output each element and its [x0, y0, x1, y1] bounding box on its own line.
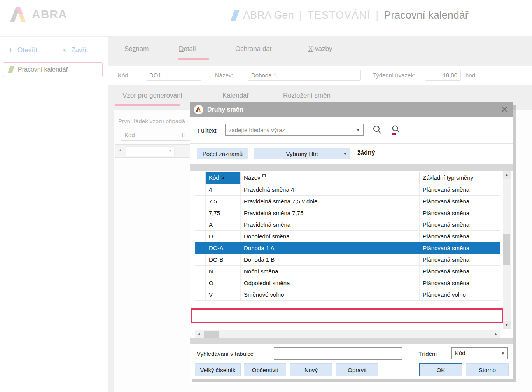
breadcrumb-app: ABRA Gen: [243, 9, 294, 21]
row-typ-cell: Plánovaná směna: [420, 196, 500, 207]
row-selector-cell: [195, 231, 206, 242]
fulltext-input[interactable]: [226, 124, 354, 135]
subtab-kalendar[interactable]: Kalendář: [222, 92, 249, 100]
row-kod-cell: 7,5: [206, 196, 241, 207]
row-nazev-cell: Pravdelná směna 4: [241, 184, 420, 195]
obcerstvit-button[interactable]: Občerstvit: [244, 363, 286, 376]
dialog-title: Druhy směn: [207, 106, 243, 113]
table-row[interactable]: 7,75 Pravidelná směna 7,75 Plánovaná smě…: [195, 207, 500, 219]
sidebar-item-label: Pracovní kalendář: [18, 66, 68, 73]
abra-dialog-icon: [194, 105, 203, 114]
row-kod-cell: N: [206, 266, 241, 277]
scroll-down-icon[interactable]: ▼: [503, 321, 511, 329]
table-row[interactable]: N Noční směna Plánovaná směna: [195, 266, 500, 277]
subtab-rozlozeni[interactable]: Rozložení směn: [283, 92, 331, 100]
row-kod-cell: 7,75: [206, 207, 241, 219]
sort-dropdown[interactable]: Kód ▼: [452, 347, 508, 359]
row-kod-cell: D: [206, 231, 241, 242]
row-typ-cell: Plánovaná směna: [420, 277, 500, 289]
new-row-marker: *: [119, 148, 121, 154]
table-row[interactable]: 7,5 Pravidelná směna 7,5 v dole Plánovan…: [195, 196, 500, 207]
kod-field[interactable]: [146, 70, 201, 81]
open-button[interactable]: + Otevřít: [9, 46, 37, 54]
table-row[interactable]: DO-B Dohoda 1 B Plánovaná směna: [195, 254, 500, 266]
table-row[interactable]: A Pravidelná směna Plánovaná směna: [195, 219, 500, 231]
record-count-button[interactable]: Počet záznamů: [197, 148, 248, 159]
column-header-nazev[interactable]: Název: [241, 172, 420, 184]
row-nazev-cell: Dohoda 1 A: [241, 242, 420, 254]
breadcrumb-environment: TESTOVÁNÍ: [308, 9, 371, 21]
breadcrumb-separator: |: [376, 9, 378, 21]
scroll-up-icon[interactable]: ▲: [503, 171, 511, 178]
row-nazev-cell: Dopolední směna: [241, 231, 420, 242]
tab-ochrana-dat[interactable]: Ochrana dat: [235, 45, 272, 53]
divider-strip: [190, 338, 513, 344]
chevron-down-icon: ▼: [343, 152, 347, 156]
dialog-close-icon[interactable]: ✕: [500, 104, 508, 116]
table-search-input[interactable]: [274, 347, 402, 360]
row-selector-cell: [195, 196, 206, 207]
agenda-slash-icon: [7, 66, 14, 74]
breadcrumb-separator: |: [299, 9, 302, 21]
sidebar-actions: + Otevřít × Zavřít: [0, 42, 108, 59]
table-search-label: Vyhledávání v tabulce: [197, 350, 254, 357]
active-tab-underline: [178, 58, 209, 60]
selected-filter-dropdown[interactable]: Vybraný filtr: ▼: [254, 148, 350, 159]
row-kod-cell: 4: [206, 184, 241, 195]
table-row[interactable]: D Dopolední směna Plánovaná směna: [195, 231, 500, 242]
opravit-button[interactable]: Opravit: [336, 363, 378, 376]
tab-detail[interactable]: Detail: [179, 45, 196, 53]
sidebar-item-pracovni-kalendar[interactable]: Pracovní kalendář: [3, 62, 103, 77]
close-button-label: Zavřít: [71, 46, 88, 54]
table-row[interactable]: O Odpolední směna Plánovaná směna: [195, 277, 500, 289]
abra-logo-text: ABRA: [32, 8, 67, 21]
record-form: Kód: Název: Týdenní úvazek: hod: [108, 66, 532, 85]
vertical-scrollbar[interactable]: ▲ ▼: [503, 171, 511, 329]
selected-row-highlight-annotation: [191, 308, 503, 323]
horizontal-scrollbar[interactable]: ◄ ►: [195, 330, 500, 338]
table-row[interactable]: V Směnové volno Plánované volno: [195, 289, 500, 301]
ok-button[interactable]: OK: [419, 363, 462, 376]
dialog-titlebar[interactable]: Druhy směn ✕: [190, 102, 513, 117]
scroll-right-icon[interactable]: ►: [492, 330, 500, 338]
abra-logo-icon: [10, 7, 28, 22]
row-nazev-cell: Dohoda 1 B: [241, 254, 420, 265]
row-selector-cell: [195, 242, 206, 254]
vzor-row-combo[interactable]: ▼: [126, 146, 175, 156]
row-typ-cell: Plánovaná směna: [420, 254, 500, 265]
vertical-scrollbar-thumb[interactable]: [503, 234, 510, 265]
subtab-vzor[interactable]: Vzor pro generování: [122, 92, 182, 100]
tab-x-vazby[interactable]: X-vazby: [308, 45, 332, 53]
row-selector-cell: [195, 254, 206, 265]
sidebar-actions-divider: [54, 43, 54, 63]
row-kod-cell: DO-A: [206, 242, 241, 254]
selector-column-header: [195, 172, 206, 184]
fulltext-combo[interactable]: ▼: [225, 124, 364, 136]
chevron-down-icon: ▼: [501, 351, 505, 355]
velky-ciselnik-button[interactable]: Velký číselník: [195, 363, 241, 376]
row-selector-cell: [195, 289, 206, 300]
row-nazev-cell: Pravidelná směna: [241, 219, 420, 230]
vzor-caption: První řádek vzoru připadá: [118, 118, 185, 124]
close-button[interactable]: × Zavřít: [62, 46, 88, 54]
column-header-typ[interactable]: Základní typ směny: [420, 172, 500, 184]
top-header: ABRA ABRA Gen | TESTOVÁNÍ | Pracovní kal…: [0, 0, 532, 36]
vzor-col-kod: Kód: [124, 131, 135, 138]
nazev-field[interactable]: [248, 70, 361, 81]
row-nazev-cell: Pravidelná směna 7,75: [241, 207, 420, 219]
column-header-kod[interactable]: Kód▲: [206, 172, 241, 184]
table-row[interactable]: DO-A Dohoda 1 A Plánovaná směna: [195, 242, 500, 254]
horizontal-scrollbar-thumb[interactable]: [204, 331, 219, 338]
scroll-left-icon[interactable]: ◄: [195, 330, 203, 338]
search-settings-icon[interactable]: [391, 125, 401, 135]
uvazek-field[interactable]: [425, 70, 461, 81]
row-typ-cell: Plánované volno: [420, 289, 500, 300]
open-button-label: Otevřít: [18, 46, 37, 54]
novy-button[interactable]: Nový: [290, 363, 332, 376]
row-typ-cell: Plánovaná směna: [420, 219, 500, 230]
tab-seznam[interactable]: Seznam: [124, 45, 149, 53]
table-row[interactable]: 4 Pravdelná směna 4 Plánovaná směna: [195, 184, 500, 196]
sort-label: Třídění: [418, 350, 437, 357]
search-icon[interactable]: [372, 125, 382, 135]
storno-button[interactable]: Storno: [466, 363, 509, 376]
